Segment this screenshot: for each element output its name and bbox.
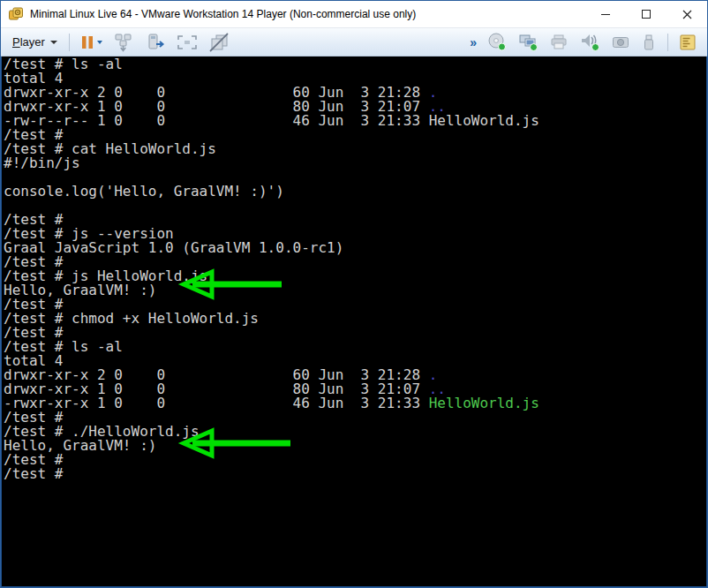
sound-button[interactable] bbox=[576, 31, 604, 53]
terminal-line: /test # ls -al bbox=[4, 340, 706, 354]
cd-dvd-button[interactable] bbox=[484, 31, 510, 53]
terminal-line: /test # bbox=[4, 453, 706, 467]
pause-button[interactable] bbox=[77, 33, 106, 52]
terminal-line: console.log('Hello, GraalVM! :)') bbox=[4, 185, 706, 199]
minimize-button[interactable] bbox=[585, 1, 626, 28]
usb-button[interactable] bbox=[637, 32, 660, 53]
printer-button[interactable] bbox=[546, 32, 572, 53]
player-menu[interactable]: Player bbox=[6, 33, 64, 51]
terminal-line: Hello, GraalVM! :) bbox=[4, 439, 706, 453]
pause-icon bbox=[80, 34, 94, 50]
vmware-player-window: Minimal Linux Live 64 - VMware Workstati… bbox=[0, 0, 708, 588]
virtual-devices-button[interactable] bbox=[141, 31, 169, 54]
sound-icon bbox=[579, 33, 600, 51]
toolbar-separator bbox=[69, 34, 70, 51]
terminal-line: #!/bin/js bbox=[4, 156, 706, 170]
close-button[interactable] bbox=[667, 1, 707, 28]
terminal-line: /test # bbox=[4, 467, 706, 481]
printer-icon bbox=[549, 34, 569, 51]
titlebar[interactable]: Minimal Linux Live 64 - VMware Workstati… bbox=[1, 1, 707, 28]
window-controls bbox=[585, 1, 707, 28]
library-icon bbox=[679, 34, 697, 51]
close-icon bbox=[682, 10, 692, 19]
terminal-line: /test # cat HelloWorld.js bbox=[4, 142, 706, 156]
toolbar: Player bbox=[1, 28, 707, 57]
player-menu-label: Player bbox=[12, 35, 45, 49]
library-button[interactable] bbox=[675, 32, 700, 53]
terminal-line: Graal JavaScript 1.0 (GraalVM 1.0.0-rc1) bbox=[4, 241, 706, 255]
toolbar-separator bbox=[667, 34, 668, 51]
virtual-displays-button[interactable] bbox=[514, 31, 542, 53]
send-ctrl-alt-del-button[interactable] bbox=[109, 31, 138, 54]
maximize-icon bbox=[642, 10, 651, 19]
terminal-output: /test # ls -altotal 4drwxr-xr-x 2 0 0 60… bbox=[4, 57, 706, 481]
virtual-displays-icon bbox=[517, 33, 539, 51]
fullscreen-button[interactable] bbox=[173, 33, 201, 52]
minimize-icon bbox=[601, 14, 610, 15]
terminal-line: Hello, GraalVM! :) bbox=[4, 283, 706, 298]
unity-button[interactable] bbox=[205, 31, 233, 54]
maximize-button[interactable] bbox=[626, 1, 667, 28]
vmware-player-icon bbox=[8, 6, 24, 22]
webcam-icon bbox=[611, 34, 630, 51]
virtual-devices-icon bbox=[145, 33, 166, 52]
terminal-screen[interactable]: /test # ls -altotal 4drwxr-xr-x 2 0 0 60… bbox=[1, 57, 707, 587]
terminal-line: /test # ls -al bbox=[4, 57, 706, 72]
pause-dropdown-icon bbox=[97, 41, 102, 44]
terminal-line bbox=[4, 199, 706, 213]
send-ctrl-alt-del-icon bbox=[113, 33, 134, 52]
unity-icon bbox=[208, 33, 230, 52]
terminal-line: /test # chmod +x HelloWorld.js bbox=[4, 312, 706, 326]
terminal-line: -rw-r--r-- 1 0 0 46 Jun 3 21:33 HelloWor… bbox=[4, 114, 706, 128]
window-title: Minimal Linux Live 64 - VMware Workstati… bbox=[30, 8, 585, 20]
chevron-down-icon bbox=[50, 41, 57, 44]
cd-dvd-icon bbox=[487, 33, 507, 51]
terminal-line: -rwxr-xr-x 1 0 0 46 Jun 3 21:33 HelloWor… bbox=[4, 396, 706, 411]
usb-icon bbox=[641, 34, 657, 51]
webcam-button[interactable] bbox=[607, 32, 634, 53]
expand-toolbar-icon[interactable]: » bbox=[466, 35, 480, 49]
fullscreen-icon bbox=[177, 34, 198, 50]
